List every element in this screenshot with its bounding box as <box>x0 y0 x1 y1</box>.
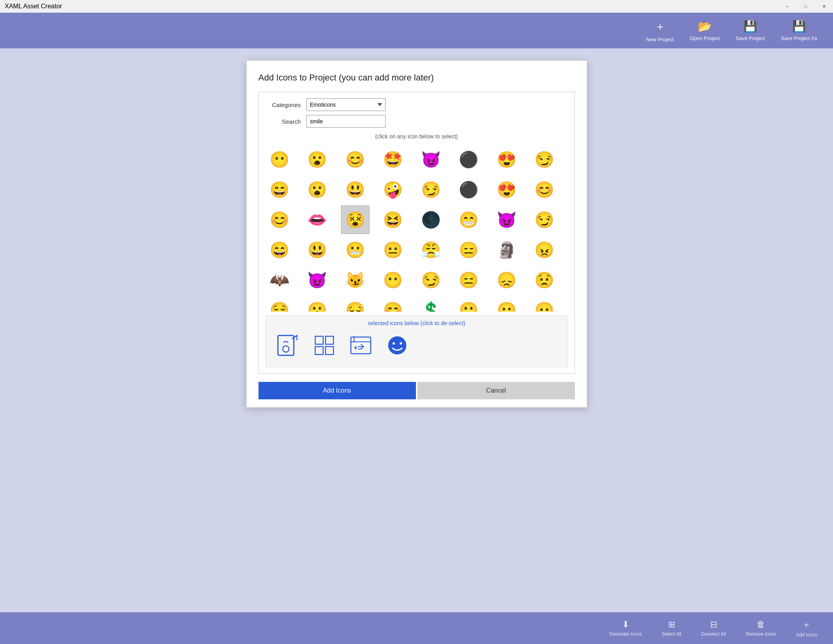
list-item[interactable]: 🤩 <box>379 145 407 174</box>
svg-point-1 <box>283 346 289 352</box>
selected-icon-grid[interactable] <box>308 330 340 361</box>
new-project-button[interactable]: ＋ New Project <box>646 19 674 42</box>
search-input[interactable] <box>306 115 386 128</box>
list-item[interactable]: 😁 <box>454 205 483 234</box>
select-all-label: Select All <box>662 631 681 637</box>
list-item[interactable]: 😄 <box>265 236 294 264</box>
svg-point-14 <box>400 342 402 345</box>
open-project-label: Open Project <box>690 35 720 41</box>
remove-icons-button[interactable]: 🗑 Remove Icons <box>746 619 776 637</box>
list-item[interactable]: 😤 <box>417 236 445 264</box>
open-project-button[interactable]: 📂 Open Project <box>690 20 720 41</box>
list-item[interactable]: 😬 <box>341 236 370 264</box>
list-item[interactable]: 😃 <box>341 175 370 204</box>
list-item[interactable]: 😏 <box>417 175 445 204</box>
deselect-all-button[interactable]: ⊟ Deselect All <box>701 619 726 637</box>
statusbar: ⬇ Generate Icons ⊞ Select All ⊟ Deselect… <box>0 612 833 644</box>
generate-icons-label: Generate Icons <box>609 631 642 637</box>
remove-icons-icon: 🗑 <box>756 619 765 630</box>
list-item[interactable]: 🦇 <box>265 266 294 294</box>
list-item[interactable]: 🌑 <box>417 205 445 234</box>
add-icons-statusbar-icon: ＋ <box>802 619 811 631</box>
list-item[interactable]: 😄 <box>265 175 294 204</box>
list-item[interactable]: 😏 <box>417 266 445 294</box>
list-item[interactable]: 😊 <box>379 296 407 312</box>
svg-rect-4 <box>326 336 333 344</box>
app-title: XAML Asset Creator <box>5 3 62 10</box>
list-item[interactable]: 👄 <box>303 205 331 234</box>
list-item[interactable]: ⚫ <box>454 145 483 174</box>
list-item[interactable]: 😏 <box>530 145 559 174</box>
titlebar: XAML Asset Creator ─ □ ✕ <box>0 0 833 13</box>
selected-icon-emoji[interactable] <box>381 330 413 361</box>
list-item[interactable]: 😶 <box>379 266 407 294</box>
main-content: Add Icons to Project (you can add more l… <box>0 48 833 612</box>
list-item[interactable]: 😮 <box>303 175 331 204</box>
list-item[interactable]: 🗿 <box>492 236 521 264</box>
save-project-button[interactable]: 💾 Save Project <box>736 20 765 41</box>
list-item[interactable]: 😔 <box>341 296 370 312</box>
svg-point-13 <box>393 342 395 345</box>
dialog-title: Add Icons to Project (you can add more l… <box>259 73 575 83</box>
list-item[interactable]: 😑 <box>454 266 483 294</box>
save-project-as-button[interactable]: 💾 Save Project As <box>781 20 817 41</box>
list-item[interactable]: 😈 <box>417 145 445 174</box>
list-item[interactable]: 😮 <box>303 296 331 312</box>
list-item[interactable]: 🤪 <box>379 175 407 204</box>
selected-icons-row <box>272 330 561 361</box>
search-row: Search <box>265 115 568 128</box>
deselect-all-icon: ⊟ <box>710 619 717 630</box>
list-item[interactable]: 😈 <box>303 266 331 294</box>
svg-rect-6 <box>326 347 333 355</box>
list-item[interactable]: 😮 <box>303 145 331 174</box>
restore-button[interactable]: □ <box>797 0 815 13</box>
selected-icon-browser[interactable] <box>345 330 377 361</box>
list-item[interactable]: 😍 <box>492 175 521 204</box>
list-item[interactable]: 😑 <box>454 236 483 264</box>
search-label: Search <box>265 118 301 125</box>
list-item[interactable]: 😊 <box>530 175 559 204</box>
icons-grid: 😶 😮 😊 🤩 😈 ⚫ 😍 😏 😄 😮 😃 🤪 😏 ⚫ 😍 😊 😊 👄 😵 <box>265 145 568 312</box>
list-item[interactable]: 😍 <box>492 145 521 174</box>
selected-icon-phone[interactable] <box>272 330 304 361</box>
new-project-label: New Project <box>646 36 674 42</box>
add-icons-statusbar-button[interactable]: ＋ Add Icons <box>796 619 817 638</box>
selected-label: selected icons below (click to de-select… <box>272 320 561 326</box>
svg-rect-5 <box>315 347 323 355</box>
list-item[interactable]: 😆 <box>379 205 407 234</box>
list-item[interactable]: 😏 <box>530 205 559 234</box>
save-project-icon: 💾 <box>743 20 757 33</box>
list-item[interactable]: 😐 <box>379 236 407 264</box>
categories-row: Categories Emoticons Arrows Symbols <box>265 98 568 111</box>
list-item[interactable]: 💲 <box>417 296 445 312</box>
add-icons-statusbar-label: Add Icons <box>796 632 817 638</box>
categories-select[interactable]: Emoticons Arrows Symbols <box>306 98 386 111</box>
remove-icons-label: Remove Icons <box>746 631 776 637</box>
list-item[interactable]: 😌 <box>265 296 294 312</box>
list-item[interactable]: 😃 <box>303 236 331 264</box>
svg-rect-3 <box>315 336 323 344</box>
list-item[interactable]: 😶 <box>492 296 521 312</box>
hint-text: (click on any icon below to select) <box>265 133 568 140</box>
list-item[interactable]: 😕 <box>454 296 483 312</box>
list-item[interactable]: 😵 <box>341 205 370 234</box>
add-icons-button[interactable]: Add Icons <box>259 382 416 399</box>
list-item[interactable]: 😞 <box>492 266 521 294</box>
list-item[interactable]: 😈 <box>492 205 521 234</box>
generate-icons-button[interactable]: ⬇ Generate Icons <box>609 619 642 637</box>
list-item[interactable]: 😠 <box>530 236 559 264</box>
list-item[interactable]: 😦 <box>530 296 559 312</box>
minimize-button[interactable]: ─ <box>778 0 797 13</box>
close-button[interactable]: ✕ <box>815 0 833 13</box>
list-item[interactable]: 😶 <box>265 145 294 174</box>
list-item[interactable]: 😟 <box>530 266 559 294</box>
list-item[interactable]: 😊 <box>341 145 370 174</box>
select-all-button[interactable]: ⊞ Select All <box>662 619 681 637</box>
list-item[interactable]: 😊 <box>265 205 294 234</box>
list-item[interactable]: 😼 <box>341 266 370 294</box>
dialog: Add Icons to Project (you can add more l… <box>246 60 587 408</box>
cancel-button[interactable]: Cancel <box>417 382 575 399</box>
list-item[interactable]: ⚫ <box>454 175 483 204</box>
deselect-all-label: Deselect All <box>701 631 726 637</box>
selected-section: selected icons below (click to de-select… <box>265 316 568 367</box>
